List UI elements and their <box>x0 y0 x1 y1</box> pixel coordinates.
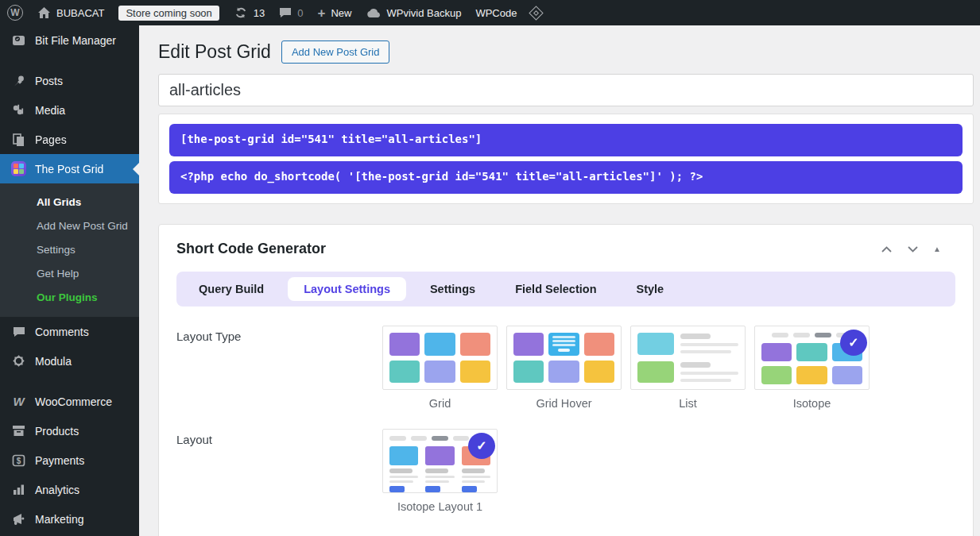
sidebar-separator <box>0 376 139 387</box>
wpcode-label: WPCode <box>475 7 517 19</box>
grid-hover-preview-thumbnail <box>506 326 622 390</box>
comments-icon <box>10 326 27 338</box>
pin-icon <box>10 75 27 87</box>
pages-icon <box>10 133 27 146</box>
store-status-badge[interactable]: Store coming soon <box>111 0 226 25</box>
option-label: Isotope <box>754 397 870 410</box>
post-grid-submenu: All Grids Add New Post Grid Settings Get… <box>0 183 139 317</box>
woocommerce-icon: W <box>10 395 27 408</box>
add-new-post-grid-button[interactable]: Add New Post Grid <box>281 40 390 64</box>
generator-title: Short Code Generator <box>176 241 326 257</box>
post-grid-icon <box>10 161 27 176</box>
metabox-controls: ▲ <box>881 245 941 253</box>
comment-bubble-icon <box>279 6 292 19</box>
wpvivid-backup-menu[interactable]: WPvivid Backup <box>359 0 469 25</box>
submenu-get-help[interactable]: Get Help <box>0 261 139 285</box>
admin-bar: W BUBACAT Store coming soon 13 0 + New <box>0 0 980 25</box>
wpvivid-label: WPvivid Backup <box>387 7 462 19</box>
grid-title-input[interactable] <box>158 74 974 106</box>
sidebar-item-the-post-grid[interactable]: The Post Grid <box>0 154 139 183</box>
layout-type-option-grid-hover[interactable]: Grid Hover <box>506 326 622 410</box>
sidebar-item-label: Analytics <box>35 484 79 496</box>
submenu-our-plugins[interactable]: Our Plugins <box>0 285 139 309</box>
option-label: Grid Hover <box>506 397 622 410</box>
diamond-plugin-menu[interactable] <box>524 0 548 25</box>
sidebar-item-woocommerce[interactable]: W WooCommerce <box>0 387 139 416</box>
selected-check-icon: ✓ <box>840 330 867 356</box>
sidebar-item-payments[interactable]: $ Payments <box>0 445 139 475</box>
sidebar-item-pages[interactable]: Pages <box>0 125 139 154</box>
shortcode-card: [the-post-grid id="541" title="all-artic… <box>158 114 974 204</box>
tab-style[interactable]: Style <box>621 277 680 301</box>
grid-preview-thumbnail <box>382 326 498 390</box>
layout-label: Layout <box>176 429 382 513</box>
layout-options: ✓ Isotope Layout 1 <box>382 429 498 513</box>
sidebar-item-label: The Post Grid <box>35 163 103 175</box>
analytics-icon <box>10 484 27 496</box>
products-icon <box>10 425 27 437</box>
modula-icon <box>10 354 27 368</box>
sidebar-item-modula[interactable]: Modula <box>0 346 139 376</box>
sidebar-item-label: Payments <box>35 454 84 467</box>
generator-header: Short Code Generator ▲ <box>176 241 955 257</box>
wordpress-menu[interactable]: W <box>0 0 30 25</box>
comment-count: 0 <box>297 7 303 19</box>
sidebar-item-label: WooCommerce <box>35 395 112 408</box>
sidebar-item-label: Marketing <box>35 513 83 526</box>
new-content-menu[interactable]: + New <box>311 0 359 25</box>
submenu-all-grids[interactable]: All Grids <box>0 190 139 214</box>
layout-option-isotope-layout-1[interactable]: ✓ Isotope Layout 1 <box>382 429 498 513</box>
submenu-settings[interactable]: Settings <box>0 237 139 261</box>
page-header: Edit Post Grid Add New Post Grid <box>158 37 974 67</box>
layout-type-option-grid[interactable]: Grid <box>382 326 498 410</box>
new-label: New <box>331 7 351 19</box>
sidebar-item-bit-file-manager[interactable]: Bit File Manager <box>0 25 139 55</box>
payments-icon: $ <box>10 454 27 467</box>
tab-settings[interactable]: Settings <box>414 277 491 301</box>
option-label: List <box>630 397 746 410</box>
sidebar-item-posts[interactable]: Posts <box>0 66 139 95</box>
layout-type-option-list[interactable]: List <box>630 326 746 410</box>
update-count: 13 <box>254 7 265 19</box>
sidebar-item-products[interactable]: Products <box>0 416 139 445</box>
isotope-layout-1-preview-thumbnail: ✓ <box>382 429 498 493</box>
cloud-icon <box>366 7 382 18</box>
sidebar-separator <box>0 55 139 66</box>
updates-link[interactable]: 13 <box>227 0 272 25</box>
sidebar-item-label: Pages <box>35 133 67 146</box>
move-up-chevron-icon[interactable] <box>881 245 893 253</box>
generator-tabbar: Query Build Layout Settings Settings Fie… <box>176 272 955 307</box>
tab-field-selection[interactable]: Field Selection <box>499 277 612 301</box>
shortcode-generator-panel: Short Code Generator ▲ Query Build Layou… <box>158 224 974 536</box>
sidebar-item-label: Posts <box>35 75 63 87</box>
home-icon <box>37 6 51 19</box>
marketing-icon <box>10 513 27 526</box>
option-label: Grid <box>382 397 498 410</box>
admin-sidebar: Bit File Manager Posts Media Pages The P… <box>0 25 139 536</box>
sidebar-item-comments[interactable]: Comments <box>0 317 139 346</box>
submenu-add-new-post-grid[interactable]: Add New Post Grid <box>0 214 139 237</box>
layout-type-option-isotope[interactable]: ✓ Isotope <box>754 326 870 410</box>
sidebar-item-media[interactable]: Media <box>0 95 139 125</box>
sidebar-item-analytics[interactable]: Analytics <box>0 475 139 504</box>
collapse-toggle-icon[interactable]: ▲ <box>933 245 941 253</box>
list-preview-thumbnail <box>630 326 746 390</box>
file-manager-icon <box>10 34 27 47</box>
plus-icon: + <box>318 6 326 20</box>
sidebar-item-label: Products <box>35 425 79 438</box>
site-name-link[interactable]: BUBACAT <box>30 0 111 25</box>
sidebar-item-marketing[interactable]: Marketing <box>0 504 139 534</box>
diamond-icon <box>529 6 544 20</box>
shortcode-copy-block[interactable]: [the-post-grid id="541" title="all-artic… <box>169 124 963 156</box>
move-down-chevron-icon[interactable] <box>907 245 919 253</box>
tab-query-build[interactable]: Query Build <box>183 277 280 301</box>
site-name: BUBACAT <box>56 7 104 19</box>
comments-link[interactable]: 0 <box>272 0 310 25</box>
php-shortcode-copy-block[interactable]: <?php echo do_shortcode( '[the-post-grid… <box>169 161 963 194</box>
page-title: Edit Post Grid <box>158 41 271 63</box>
isotope-preview-thumbnail: ✓ <box>754 326 870 390</box>
layout-type-label: Layout Type <box>176 326 382 410</box>
wpcode-menu[interactable]: WPCode <box>468 0 524 25</box>
tab-layout-settings[interactable]: Layout Settings <box>288 277 406 301</box>
updates-refresh-icon <box>234 6 248 20</box>
